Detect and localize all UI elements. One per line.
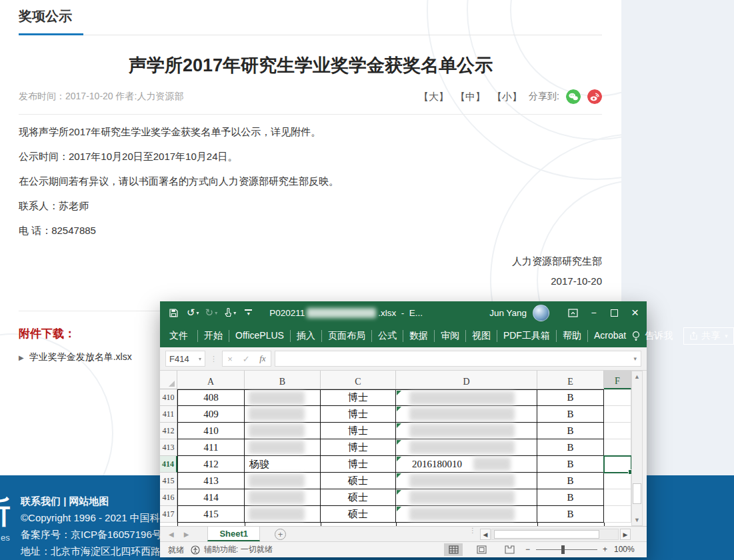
zoom-in-button[interactable]: + (603, 545, 607, 554)
column-header-C[interactable]: C (321, 371, 396, 389)
cell-C411[interactable]: 博士 (321, 406, 396, 423)
ribbon-tab-6[interactable]: 数据 (403, 324, 434, 347)
new-sheet-button[interactable]: + (275, 529, 286, 540)
footer-nav-links[interactable]: 联系我们 | 网站地图 (21, 495, 172, 507)
cell-A414[interactable]: 412 (177, 456, 245, 473)
close-button[interactable]: × (625, 301, 645, 324)
account-avatar[interactable] (533, 305, 549, 321)
horizontal-scroll-track[interactable] (491, 529, 619, 540)
column-header-D[interactable]: D (396, 371, 537, 389)
minimize-button[interactable]: − (583, 301, 604, 324)
cell-B413[interactable] (245, 439, 321, 456)
ribbon-tab-1[interactable]: 开始 (198, 324, 229, 347)
ribbon-tab-9[interactable]: PDF工具箱 (497, 324, 556, 347)
scroll-down-icon[interactable]: ▼ (632, 515, 642, 525)
row-header-415[interactable]: 415 (160, 473, 177, 489)
column-header-F[interactable]: F (604, 371, 631, 389)
font-size-option-small[interactable]: 【小】 (492, 91, 522, 103)
cell-A410[interactable]: 408 (177, 389, 245, 406)
cell-D411[interactable] (396, 406, 537, 423)
formula-bar-input[interactable]: ▾ (275, 351, 641, 367)
font-size-option-medium[interactable]: 【中】 (455, 91, 485, 103)
maximize-button[interactable] (604, 301, 625, 324)
ribbon-tab-2[interactable]: OfficePLUS (229, 324, 290, 347)
zoom-out-button[interactable]: − (525, 545, 530, 554)
cell-E410[interactable]: B (537, 389, 604, 406)
row-header-410[interactable]: 410 (160, 389, 177, 406)
page-break-view-button[interactable] (500, 543, 519, 556)
ribbon-display-options-button[interactable] (563, 301, 583, 324)
horizontal-scrollbar[interactable]: ◀ ▶ (480, 529, 643, 540)
cell-D417[interactable] (396, 506, 537, 523)
cell-F413[interactable] (604, 439, 631, 456)
next-sheet-icon[interactable]: ▶ (184, 531, 189, 538)
cell-B415[interactable] (245, 473, 321, 489)
cell-D412[interactable] (396, 423, 537, 439)
ribbon-tab-5[interactable]: 公式 (372, 324, 403, 347)
cell-D415[interactable] (396, 473, 537, 489)
sheet-tab-sheet1[interactable]: Sheet1 (207, 527, 260, 541)
font-size-option-large[interactable]: 【大】 (419, 91, 449, 103)
cell-E411[interactable]: B (537, 406, 604, 423)
cell-A415[interactable]: 413 (177, 473, 245, 489)
cell-E415[interactable]: B (537, 473, 604, 489)
undo-button[interactable]: ↺▾ (187, 307, 199, 319)
tabbar-splitter[interactable]: ⋮ (469, 529, 476, 532)
cell-D414[interactable]: 2016180010 (396, 456, 537, 473)
name-box[interactable]: F414▾ (165, 351, 205, 367)
scroll-up-icon[interactable]: ▲ (632, 371, 642, 382)
cancel-entry-button[interactable]: × (227, 354, 233, 364)
cell-F415[interactable] (604, 473, 631, 489)
cell-A417[interactable]: 415 (177, 506, 245, 523)
cell-F410[interactable] (604, 389, 631, 406)
confirm-entry-button[interactable]: ✓ (243, 354, 250, 364)
cell-E417[interactable]: B (537, 506, 604, 523)
ribbon-tab-3[interactable]: 插入 (291, 324, 321, 347)
cell-C415[interactable]: 硕士 (321, 473, 396, 489)
cell-B414[interactable]: 杨骏 (245, 456, 321, 473)
account-name[interactable]: Jun Yang (489, 308, 527, 318)
cell-B417[interactable] (245, 506, 321, 523)
cell-C410[interactable]: 博士 (321, 389, 396, 406)
cell-E414[interactable]: B (537, 456, 604, 473)
zoom-slider-handle[interactable] (561, 545, 565, 554)
cell-B410[interactable] (245, 389, 321, 406)
save-icon[interactable] (169, 309, 178, 317)
row-header-416[interactable]: 416 (160, 489, 177, 506)
column-header-E[interactable]: E (537, 371, 604, 389)
share-button[interactable]: 共享▾ (683, 327, 734, 345)
wechat-share-icon[interactable] (566, 89, 581, 104)
quick-access-customize-button[interactable]: ▾ (245, 309, 252, 317)
cell-D416[interactable] (396, 489, 537, 506)
page-layout-view-button[interactable] (472, 543, 491, 556)
cell-A412[interactable]: 410 (177, 423, 245, 439)
scroll-right-icon[interactable]: ▶ (620, 529, 631, 540)
cell-F411[interactable] (604, 406, 631, 423)
formula-bar-splitter[interactable]: ⋮ (210, 356, 217, 362)
formula-bar-expand-icon[interactable]: ▾ (633, 355, 637, 362)
cell-A413[interactable]: 411 (177, 439, 245, 456)
redo-button[interactable]: ↻▾ (205, 307, 218, 319)
cell-B411[interactable] (245, 406, 321, 423)
cell-A416[interactable]: 414 (177, 489, 245, 506)
row-header-414[interactable]: 414 (160, 456, 177, 473)
vertical-scroll-thumb[interactable] (633, 483, 641, 504)
tell-me-control[interactable]: 告诉我 (632, 330, 673, 342)
ribbon-tab-10[interactable]: 帮助 (557, 324, 587, 347)
row-header-413[interactable]: 413 (160, 439, 177, 456)
column-header-B[interactable]: B (245, 371, 321, 389)
cell-C416[interactable]: 硕士 (321, 489, 396, 506)
ribbon-tab-0[interactable]: 文件 (160, 324, 197, 347)
prev-sheet-icon[interactable]: ◀ (169, 531, 174, 538)
cell-C412[interactable]: 博士 (321, 423, 396, 439)
row-header-411[interactable]: 411 (160, 406, 177, 423)
cell-C417[interactable]: 硕士 (321, 506, 396, 523)
select-all-corner[interactable] (160, 371, 177, 389)
insert-function-button[interactable]: fx (259, 353, 265, 364)
cell-E416[interactable]: B (537, 489, 604, 506)
ribbon-tab-8[interactable]: 视图 (466, 324, 497, 347)
cell-E413[interactable]: B (537, 439, 604, 456)
cell-D410[interactable] (396, 389, 537, 406)
ribbon-tab-11[interactable]: Acrobat (588, 324, 632, 347)
cell-C413[interactable]: 博士 (321, 439, 396, 456)
